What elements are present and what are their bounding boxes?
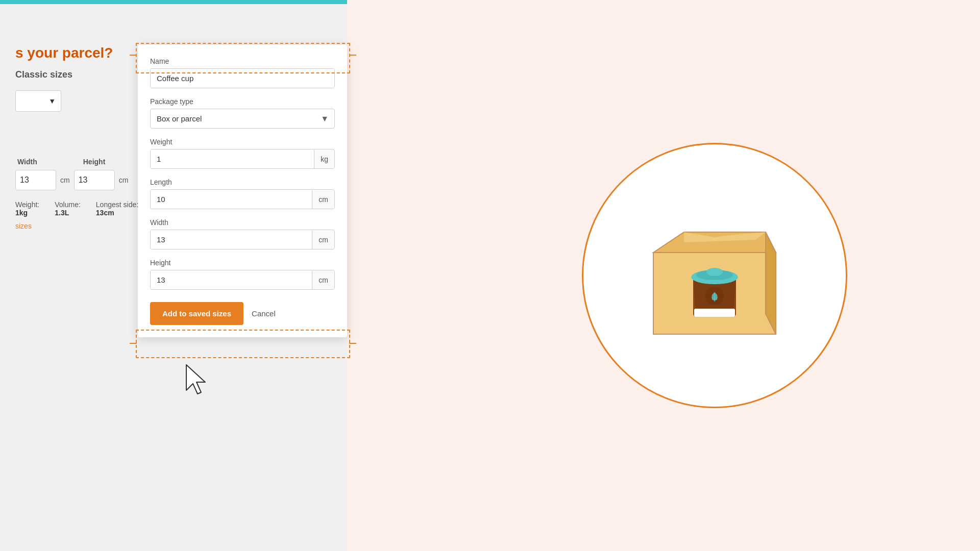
width-field-group: Width cm — [150, 218, 335, 249]
name-label: Name — [150, 57, 335, 65]
chevron-down-icon: ▼ — [48, 97, 56, 105]
illustration-circle — [582, 143, 847, 408]
height-display: 13 — [74, 170, 115, 190]
width-input-wrap: cm — [150, 230, 335, 249]
package-type-select-wrap: Box or parcel Envelope Tube ▼ — [150, 109, 335, 129]
weight-summary: Weight: 1kg — [15, 201, 39, 217]
height-field-group: Height cm — [150, 259, 335, 290]
tick-right-name — [349, 55, 356, 56]
size-dropdown[interactable]: ▼ — [15, 90, 61, 112]
longest-side-summary: Longest side: 13cm — [96, 201, 138, 217]
length-label: Length — [150, 178, 335, 186]
height-input-wrap: cm — [150, 270, 335, 290]
width-unit: cm — [60, 176, 70, 184]
height-unit: cm — [312, 271, 334, 289]
weight-unit: kg — [314, 150, 334, 168]
weight-field-group: Weight kg — [150, 138, 335, 169]
add-size-modal: Name Package type Box or parcel Envelope… — [138, 45, 347, 337]
length-input[interactable] — [151, 190, 312, 209]
package-type-field-group: Package type Box or parcel Envelope Tube… — [150, 97, 335, 129]
length-unit: cm — [312, 190, 334, 209]
name-input[interactable] — [151, 69, 334, 88]
modal-actions: Add to saved sizes Cancel — [150, 302, 335, 325]
width-input[interactable] — [151, 230, 312, 249]
add-to-saved-sizes-button[interactable]: Add to saved sizes — [150, 302, 243, 325]
weight-label: Weight — [150, 138, 335, 146]
name-field-group: Name — [150, 57, 335, 88]
width-unit: cm — [312, 231, 334, 249]
length-field-group: Length cm — [150, 178, 335, 209]
height-input[interactable] — [151, 270, 312, 289]
width-col-header: Width — [17, 158, 37, 166]
height-label: Height — [150, 259, 335, 267]
package-type-select[interactable]: Box or parcel Envelope Tube — [150, 109, 335, 129]
tick-left-btn — [130, 343, 137, 344]
height-col-header: Height — [83, 158, 106, 166]
width-label: Width — [150, 218, 335, 227]
package-type-label: Package type — [150, 97, 335, 106]
weight-input-wrap: kg — [150, 149, 335, 169]
svg-point-11 — [706, 268, 723, 276]
name-input-wrap — [150, 68, 335, 88]
svg-rect-8 — [694, 309, 735, 317]
volume-summary: Volume: 1.3L — [55, 201, 81, 217]
width-display: 13 — [15, 170, 56, 190]
tick-right-btn — [349, 343, 356, 344]
height-unit: cm — [119, 176, 129, 184]
cancel-button[interactable]: Cancel — [252, 309, 276, 318]
box-coffee-illustration — [633, 202, 796, 349]
illustration-area — [347, 0, 980, 551]
length-input-wrap: cm — [150, 189, 335, 209]
tick-left-name — [130, 55, 137, 56]
weight-input[interactable] — [151, 149, 314, 168]
